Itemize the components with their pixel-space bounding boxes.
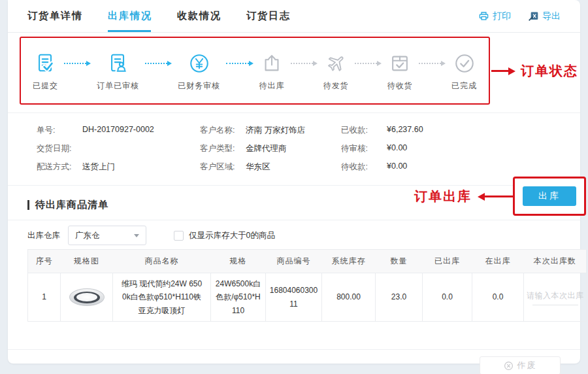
void-button[interactable]: 作废: [480, 356, 561, 374]
tabs: 订货单详情 出库情况 收款情况 订货日志: [27, 0, 291, 32]
cell-spec: 24W6500k白色款/φ510*H110: [211, 273, 266, 322]
status-step-label: 待收货: [387, 80, 413, 92]
export-button[interactable]: 导出: [528, 10, 561, 22]
product-image: [69, 288, 105, 306]
order-info: 单号: DH-20170927-0002 交货日期: 配送方式: 送货上门 客户…: [8, 113, 580, 186]
status-step-completed: 已完成: [451, 52, 477, 92]
info-row-customer-region: 客户区域: 华东区: [200, 162, 341, 173]
doc-audit-icon: [107, 52, 129, 75]
tab-bar: 订货单详情 出库情况 收款情况 订货日志 打印: [8, 0, 580, 33]
col-header-qty: 数量: [376, 250, 423, 273]
status-step-label: 已财务审核: [178, 80, 220, 92]
annotation-order-outbound: 订单出库: [414, 188, 520, 205]
plane-icon: [325, 52, 347, 75]
footer-actions: 作废: [8, 349, 580, 374]
flow-arrow-icon: [291, 52, 318, 75]
cell-stock: 800.00: [322, 273, 376, 322]
col-header-index: 序号: [28, 250, 61, 273]
warehouse-select-value: 广东仓: [75, 230, 100, 241]
void-label: 作废: [517, 360, 537, 371]
status-step-order-audited: 订单已审核: [97, 52, 139, 92]
flow-arrow-icon: [226, 52, 253, 75]
status-step-pending-outbound: 待出库: [259, 52, 285, 92]
order-info-col-payment: 已收款: ¥6,237.60 待审核: ¥0.00 待收款: ¥0.00: [341, 125, 561, 180]
stock-filter-label: 仅显示库存大于0的商品: [189, 230, 275, 241]
stock-filter-checkbox[interactable]: [174, 231, 184, 241]
box-check-icon: [389, 52, 411, 75]
order-info-col-customer: 客户名称: 济南 万家灯饰店 客户类型: 金牌代理商 客户区域: 华东区: [200, 125, 341, 180]
cell-index: 1: [28, 273, 61, 322]
flow-arrow-icon: [145, 52, 172, 75]
col-header-name: 商品名称: [113, 250, 211, 273]
col-header-code: 商品编号: [266, 250, 322, 273]
doc-check-icon: [35, 52, 57, 75]
order-info-col-basic: 单号: DH-20170927-0002 交货日期: 配送方式: 送货上门: [37, 125, 200, 180]
col-header-shipped: 已出库: [423, 250, 472, 273]
tab-outbound-status[interactable]: 出库情况: [108, 0, 152, 32]
info-row-delivery-method: 配送方式: 送货上门: [37, 162, 200, 173]
cell-image: [61, 273, 113, 322]
col-header-image: 规格图: [61, 250, 113, 273]
flow-arrow-icon: [419, 52, 446, 75]
table-header-row: 序号 规格图 商品名称 规格 商品编号 系统库存 数量 已出库 在出库 本次出库…: [28, 250, 587, 273]
tab-payment-status[interactable]: 收款情况: [177, 0, 221, 32]
info-row-order-no: 单号: DH-20170927-0002: [37, 125, 200, 136]
cell-shipping: 0.0: [472, 273, 524, 322]
col-header-spec: 规格: [211, 250, 266, 273]
toolbar: 打印 导出: [478, 0, 561, 32]
tab-order-detail[interactable]: 订货单详情: [27, 0, 83, 32]
outbound-button-highlight-box: 出库: [513, 177, 586, 216]
void-circle-x-icon: [504, 361, 514, 371]
export-label: 导出: [542, 10, 561, 22]
order-detail-card: 订货单详情 出库情况 收款情况 订货日志 打印: [8, 0, 580, 364]
col-header-this-outbound: 本次出库数: [524, 250, 587, 273]
info-row-customer-name: 客户名称: 济南 万家灯饰店: [200, 125, 341, 136]
status-step-label: 待出库: [259, 80, 285, 92]
status-step-label: 已完成: [451, 80, 477, 92]
cell-qty: 23.0: [376, 273, 423, 322]
print-button[interactable]: 打印: [478, 10, 511, 22]
status-step-label: 订单已审核: [97, 80, 139, 92]
export-excel-icon: [528, 10, 539, 22]
warehouse-select[interactable]: 广东仓: [68, 226, 146, 245]
col-header-shipping: 在出库: [472, 250, 524, 273]
annotation-order-status: 订单状态: [491, 62, 578, 80]
annotation-order-status-label: 订单状态: [521, 62, 578, 80]
status-step-submitted: 已提交: [33, 52, 58, 92]
info-row-pending-audit: 待审核: ¥0.00: [341, 143, 561, 154]
annotation-order-outbound-label: 订单出库: [414, 188, 472, 205]
warehouse-label: 出库仓库: [27, 230, 60, 241]
cell-product-name: 维玛 现代简约24W 6500k白色款φ510*H110铁亚克力吸顶灯: [113, 273, 211, 322]
circle-check-icon: [453, 52, 476, 75]
annotation-line: [491, 70, 508, 72]
status-steps: 已提交 订单已审核: [33, 52, 477, 92]
info-row-received: 已收款: ¥6,237.60: [341, 125, 561, 136]
printer-icon: [478, 10, 489, 22]
cell-code: 1680406030011: [266, 273, 322, 322]
arrow-left-icon: [478, 193, 485, 201]
status-step-pending-receive: 待收货: [387, 52, 413, 92]
status-step-label: 已提交: [33, 80, 58, 92]
order-status-flow: 已提交 订单已审核: [20, 37, 490, 105]
chevron-down-icon: [134, 234, 139, 237]
input-underline: [532, 305, 578, 305]
outbound-goods-table: 序号 规格图 商品名称 规格 商品编号 系统库存 数量 已出库 在出库 本次出库…: [27, 249, 587, 322]
cell-outbound-input: [524, 273, 587, 322]
table-row: 1 维玛 现代简约24W 6500k白色款φ510*H110铁亚克力吸顶灯 24…: [28, 273, 587, 322]
tab-order-log[interactable]: 订货日志: [246, 0, 291, 32]
print-label: 打印: [493, 10, 511, 22]
outbound-qty-input[interactable]: [527, 291, 583, 300]
outbound-button[interactable]: 出库: [523, 186, 576, 206]
cell-shipped: 0.0: [423, 273, 472, 322]
status-step-label: 待发货: [323, 80, 349, 92]
flow-arrow-icon: [64, 52, 91, 75]
info-row-receivable: 待收款: ¥0.00: [341, 162, 561, 173]
outbound-tray-icon: [261, 52, 283, 75]
outbound-filter-row: 出库仓库 广东仓 仅显示库存大于0的商品: [8, 220, 580, 245]
flow-arrow-icon: [355, 52, 382, 75]
yen-circle-icon: [188, 52, 210, 75]
info-row-customer-type: 客户类型: 金牌代理商: [200, 143, 341, 154]
arrow-right-icon: [508, 67, 515, 75]
status-step-pending-ship: 待发货: [323, 52, 349, 92]
status-step-finance-audited: 已财务审核: [178, 52, 220, 92]
